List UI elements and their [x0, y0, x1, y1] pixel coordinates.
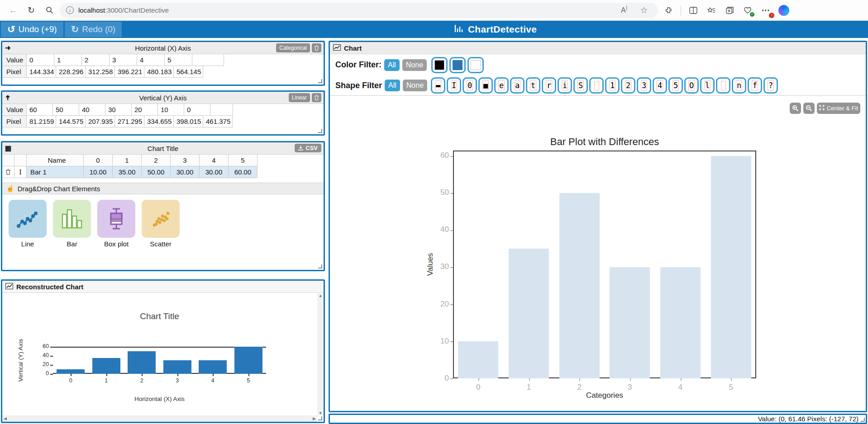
- bar[interactable]: [660, 267, 701, 378]
- xaxis-value-cell[interactable]: 2: [82, 54, 110, 66]
- xaxis-value-cell[interactable]: 0: [27, 54, 54, 66]
- shape-filter-button[interactable]: 5: [668, 77, 683, 94]
- color-filter-all-button[interactable]: All: [384, 59, 400, 71]
- center-fit-button[interactable]: Center & Fit: [817, 103, 860, 114]
- yaxis-value-cell[interactable]: 20: [132, 104, 158, 116]
- settings-menu-icon[interactable]: ⋯ ↑: [758, 3, 773, 18]
- series-value-cell[interactable]: 50.00: [142, 166, 171, 178]
- color-filter-none-button[interactable]: None: [402, 59, 427, 71]
- yaxis-value-cell[interactable]: 0: [184, 104, 210, 116]
- yaxis-pixel-cell[interactable]: 144.575: [56, 116, 86, 127]
- shape-filter-button[interactable]: e: [494, 77, 509, 94]
- vertical-scrollbar[interactable]: ▲▼: [317, 293, 324, 415]
- split-screen-icon[interactable]: [686, 3, 701, 18]
- shape-filter-button[interactable]: 4: [653, 77, 667, 94]
- text-cursor-icon[interactable]: I: [14, 166, 27, 178]
- xaxis-value-cell[interactable]: 1: [54, 54, 82, 66]
- delete-series-button[interactable]: [2, 166, 14, 178]
- shape-filter-button[interactable]: l: [700, 77, 715, 94]
- x-axis-type-badge[interactable]: Categorical: [276, 43, 310, 52]
- xaxis-value-cell[interactable]: 5: [165, 54, 192, 66]
- yaxis-value-cell[interactable]: 60: [27, 104, 53, 116]
- yaxis-value-cell[interactable]: 10: [158, 104, 184, 116]
- shape-filter-button[interactable]: n: [732, 77, 746, 94]
- shape-filter-button[interactable]: I: [447, 77, 461, 94]
- shape-filter-button[interactable]: S: [573, 77, 588, 94]
- collections-icon[interactable]: [722, 3, 737, 18]
- bar[interactable]: [559, 193, 600, 378]
- yaxis-value-cell[interactable]: 40: [79, 104, 105, 116]
- series-value-cell[interactable]: 30.00: [171, 166, 200, 178]
- extensions-icon[interactable]: [661, 3, 676, 18]
- bar[interactable]: [610, 267, 650, 378]
- series-name-cell[interactable]: Bar 1: [27, 166, 84, 178]
- zoom-in-button[interactable]: [790, 103, 801, 114]
- palette-tile-scatter[interactable]: [142, 200, 180, 238]
- shape-filter-button[interactable]: 2: [621, 77, 635, 94]
- resize-handle[interactable]: [318, 129, 322, 133]
- redo-button[interactable]: ↻ Redo (0): [65, 22, 122, 37]
- shape-filter-button[interactable]: r: [542, 77, 556, 94]
- series-value-cell[interactable]: 30.00: [200, 166, 229, 178]
- scroll-up-icon[interactable]: ▲: [319, 293, 323, 298]
- shape-filter-button[interactable]: 0: [463, 77, 477, 94]
- yaxis-value-cell[interactable]: 30: [105, 104, 132, 116]
- y-axis-type-badge[interactable]: Linear: [289, 93, 310, 102]
- yaxis-pixel-cell[interactable]: 398.015: [174, 116, 203, 127]
- resize-handle[interactable]: [318, 416, 322, 420]
- color-swatch-button[interactable]: [431, 57, 448, 73]
- shape-filter-button[interactable]: ?: [763, 77, 778, 94]
- site-info-icon[interactable]: i: [66, 6, 74, 14]
- scroll-down-icon[interactable]: ▼: [319, 411, 323, 415]
- xaxis-pixel-cell[interactable]: 480.183: [144, 66, 174, 78]
- xaxis-value-cell[interactable]: 4: [137, 54, 165, 66]
- bar[interactable]: [509, 249, 549, 378]
- refresh-icon[interactable]: ↻: [24, 3, 39, 18]
- xaxis-value-cell[interactable]: [192, 54, 224, 66]
- favorites-list-icon[interactable]: [704, 3, 719, 18]
- yaxis-pixel-cell[interactable]: 461.375: [203, 116, 233, 127]
- copilot-icon[interactable]: [776, 3, 792, 18]
- yaxis-pixel-cell[interactable]: 207.935: [86, 116, 115, 127]
- shape-filter-button[interactable]: ▬: [431, 77, 445, 94]
- scroll-right-icon[interactable]: ▶: [313, 416, 316, 421]
- y-axis-delete-button[interactable]: [312, 93, 321, 102]
- series-value-cell[interactable]: 60.00: [229, 166, 258, 178]
- scroll-left-icon[interactable]: ◀: [4, 416, 7, 421]
- series-value-cell[interactable]: 10.00: [84, 166, 113, 178]
- address-bar[interactable]: i localhost:3000/ChartDetective A) ☆: [60, 3, 658, 18]
- shape-filter-button[interactable]: i: [558, 77, 572, 94]
- color-swatch-button[interactable]: [467, 57, 484, 73]
- bar[interactable]: [458, 341, 498, 378]
- xaxis-pixel-cell[interactable]: 312.258: [86, 66, 115, 78]
- shape-filter-button[interactable]: f: [748, 77, 762, 94]
- shape-filter-all-button[interactable]: All: [385, 80, 400, 91]
- yaxis-value-cell[interactable]: [210, 104, 233, 116]
- xaxis-pixel-cell[interactable]: 564.145: [174, 66, 203, 78]
- zoom-out-button[interactable]: [803, 103, 815, 114]
- yaxis-value-cell[interactable]: 50: [53, 104, 79, 116]
- xaxis-pixel-cell[interactable]: 144.334: [27, 66, 56, 78]
- shape-filter-button[interactable]: 3: [637, 77, 651, 94]
- shape-filter-button[interactable]: O: [684, 77, 699, 94]
- back-icon[interactable]: ←: [5, 3, 21, 18]
- series-value-cell[interactable]: 35.00: [113, 166, 142, 178]
- main-chart-canvas[interactable]: Center & Fit Bar Plot with Differences01…: [330, 96, 866, 411]
- csv-export-button[interactable]: CSV: [295, 144, 321, 152]
- xaxis-pixel-cell[interactable]: 396.221: [115, 66, 144, 78]
- color-swatch-button[interactable]: [449, 57, 466, 73]
- search-icon[interactable]: [42, 3, 57, 18]
- resize-handle[interactable]: [861, 418, 865, 422]
- horizontal-scrollbar[interactable]: ◀▶: [2, 415, 317, 422]
- favorite-star-icon[interactable]: ☆: [636, 3, 652, 18]
- yaxis-pixel-cell[interactable]: 271.295: [115, 116, 144, 127]
- xaxis-pixel-cell[interactable]: 228.296: [56, 66, 86, 78]
- shape-filter-button[interactable]: a: [510, 77, 525, 94]
- shape-filter-none-button[interactable]: None: [403, 80, 427, 91]
- shape-filter-button[interactable]: [716, 77, 730, 94]
- xaxis-value-cell[interactable]: 3: [110, 54, 137, 66]
- resize-handle[interactable]: [318, 79, 322, 83]
- shape-filter-button[interactable]: [589, 77, 604, 94]
- yaxis-pixel-cell[interactable]: 81.2159: [27, 116, 56, 127]
- shape-filter-button[interactable]: ■: [478, 77, 493, 94]
